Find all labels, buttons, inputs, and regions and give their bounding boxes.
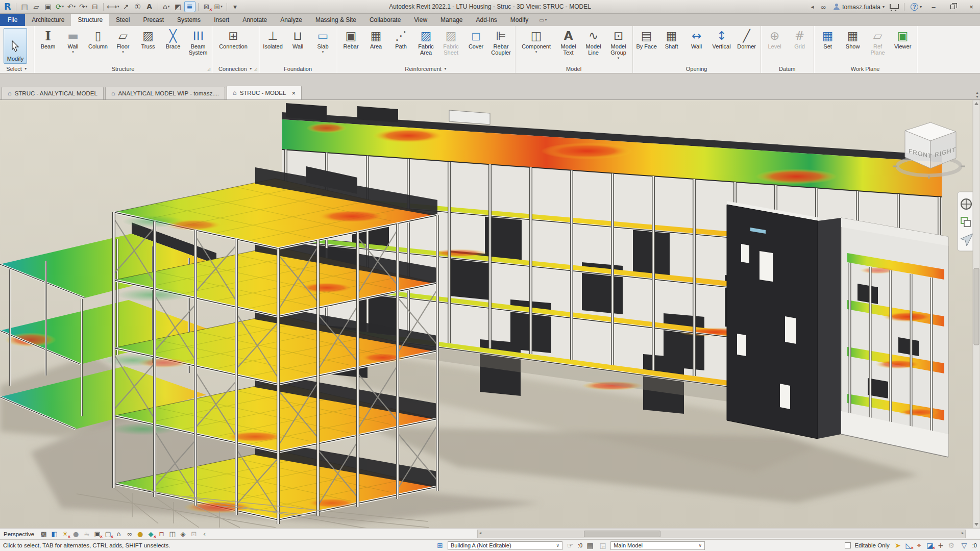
connection-button[interactable]: ⊞ Connection [214,27,253,64]
analytical-model-icon[interactable]: ◆× [146,530,156,539]
search-icon[interactable]: ∞ [818,2,828,12]
tab-add-ins[interactable]: Add-Ins [469,14,503,26]
east-block[interactable] [841,218,948,457]
section-icon[interactable]: ◩ [173,2,183,12]
select-by-face-icon[interactable]: ◪× [925,541,935,550]
tab-modify[interactable]: Modify [504,14,535,26]
area-button[interactable]: ▦ Area [364,27,388,64]
beam-button[interactable]: I Beam [36,27,60,64]
fabric-area-button[interactable]: ▨ Fabric Area [414,27,438,64]
tab-collaborate[interactable]: Collaborate [363,14,407,26]
revit-logo-icon[interactable]: R [3,2,13,12]
filter-icon[interactable]: ▽ [960,541,969,550]
restore-button[interactable] [945,2,960,13]
add-to-set-icon[interactable]: ◲ [598,540,608,550]
properties-icon[interactable]: ▤ [19,2,30,12]
view-tab-analytical-model[interactable]: ⌂ STRUC - ANALYTICAL MODEL [2,87,104,99]
rebar-button[interactable]: ▣ Rebar [339,27,363,64]
reveal-constraints-icon[interactable]: ⊓ [157,530,166,539]
truss-button[interactable]: ▨ Truss [136,27,160,64]
model-line-button[interactable]: ∿ Model Line [581,27,606,64]
save-icon[interactable]: ▣ [43,2,53,12]
dialog-launcher-icon[interactable]: ◿ [254,67,257,71]
navigation-bar[interactable] [958,192,975,251]
show-rendering-icon[interactable]: ☕ [82,530,91,539]
tab-systems[interactable]: Systems [170,14,207,26]
stair-tower[interactable] [727,201,841,439]
modify-button[interactable]: Modify [4,28,27,64]
tab-massing-site[interactable]: Massing & Site [309,14,363,26]
select-links-icon[interactable]: ➤ [893,541,902,550]
wall-foundation-button[interactable]: ⊔ Wall [286,27,310,64]
slab-button[interactable]: ▭ Slab ▾ [311,27,335,64]
tab-manage[interactable]: Manage [434,14,469,26]
column-button[interactable]: ▯ Column [86,27,110,64]
tab-analyze[interactable]: Analyze [274,14,309,26]
cover-button[interactable]: ◻ Cover [464,27,488,64]
visual-style-icon[interactable]: ◧ [50,530,59,539]
tab-insert[interactable]: Insert [207,14,236,26]
rebar-coupler-button[interactable]: ⊫ Rebar Coupler [489,27,513,64]
active-workset-dropdown[interactable]: Building A (Not Editable) ∨ [448,541,562,550]
customize-qat-icon[interactable]: ▾ [230,2,240,12]
measure-icon[interactable]: ⟷▾ [107,2,119,12]
panel-caption-reinforcement[interactable]: Reinforcement▼ [337,64,515,73]
close-view-tab-icon[interactable]: × [291,89,296,97]
tab-structure[interactable]: Structure [71,14,109,26]
scroll-right-icon[interactable]: ▸ [962,531,964,535]
component-button[interactable]: ◫ Component ▾ [517,27,556,64]
close-inactive-windows-icon[interactable]: ⊠× [202,2,212,12]
shadows-icon[interactable]: ● [71,530,81,539]
account-menu[interactable]: tomasz.fudala ▾ [833,4,885,11]
panel-caption-structure[interactable]: Structure◿ [34,64,212,73]
drag-on-selection-icon[interactable]: + [936,541,945,550]
design-options-icon[interactable]: ▤ [585,540,595,550]
crop-region-icon[interactable]: ▢× [103,530,113,539]
editable-requests-icon[interactable]: ☞ [565,540,575,550]
default-3d-view-icon[interactable]: ⌂▾ [161,2,172,12]
thin-lines-icon[interactable]: ≣ [185,2,195,12]
vertical-opening-button[interactable]: ↕ Vertical [709,27,734,64]
set-work-plane-button[interactable]: ▦ Set [816,27,840,64]
vertical-scrollbar[interactable] [973,100,980,528]
view-tab-struc-model[interactable]: ⌂ STRUC - MODEL × [227,86,302,99]
level-button[interactable]: ⊕ Level [763,27,787,64]
shaft-button[interactable]: ▦ Shaft [659,27,684,64]
panel-caption-connection[interactable]: Connection▼◿ [212,64,259,73]
view-tab-scroll[interactable]: ▲▼ [975,91,979,99]
collapse-bar-icon[interactable]: ‹ [200,530,209,539]
fabric-sheet-button[interactable]: ▨ Fabric Sheet [439,27,463,64]
redo-icon[interactable]: ↷▾ [78,2,88,12]
crop-view-icon[interactable]: ▣× [92,530,102,539]
dialog-launcher-icon[interactable]: ◿ [208,67,210,71]
minimize-button[interactable]: – [926,2,941,13]
design-option-dropdown[interactable]: Main Model ∨ [610,541,705,550]
selection-lock-icon[interactable]: ⊡ [189,530,199,539]
undo-icon[interactable]: ↶▾ [66,2,77,12]
close-button[interactable]: × [964,2,978,13]
background-processes-icon[interactable]: ⚙ [947,541,956,550]
print-icon[interactable]: ⊟ [90,2,100,12]
steering-wheel-icon[interactable] [961,199,971,209]
sync-with-central-icon[interactable]: ⟳▾ [55,2,65,12]
dormer-button[interactable]: ╱ Dormer [734,27,759,64]
view-scale-label[interactable]: Perspective [4,531,34,537]
aligned-dimension-icon[interactable]: ↗ [121,2,131,12]
ref-plane-button[interactable]: ▱ Ref Plane [866,27,890,64]
tab-precast[interactable]: Precast [136,14,170,26]
worksets-icon[interactable]: ⊞ [435,540,445,550]
open-icon[interactable]: ▱ [31,2,41,12]
horizontal-scrollbar[interactable]: ◂ ▸ [477,530,966,538]
temporary-view-properties-icon[interactable]: ∞ [125,530,134,539]
path-button[interactable]: ⋰ Path [389,27,413,64]
tab-annotate[interactable]: Annotate [236,14,274,26]
panel-caption-select[interactable]: Select▼ [0,64,34,73]
wall-opening-button[interactable]: ↔ Wall [684,27,709,64]
select-underlay-icon[interactable]: ◺× [904,541,913,550]
grid-button[interactable]: # Grid [788,27,812,64]
brace-button[interactable]: ╳ Brace [161,27,185,64]
select-pinned-icon[interactable]: ⌖ [915,541,924,550]
tab-steel[interactable]: Steel [109,14,136,26]
tab-view[interactable]: View [407,14,434,26]
beam-system-button[interactable]: ☰ Beam System [186,27,210,64]
